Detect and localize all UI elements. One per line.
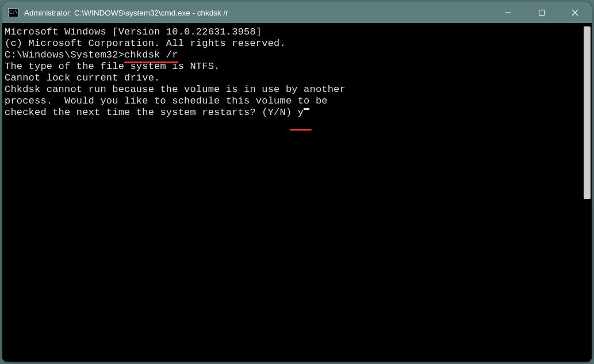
- close-icon: [572, 9, 578, 16]
- titlebar[interactable]: C:\ Administrator: C:\WINDOWS\system32\c…: [2, 2, 592, 23]
- version-line: Microsoft Windows [Version 10.0.22631.39…: [5, 26, 589, 38]
- chkdsk-msg-line1: Chkdsk cannot run because the volume is …: [5, 84, 589, 95]
- vertical-scrollbar[interactable]: [584, 26, 591, 199]
- text-cursor: [304, 108, 309, 110]
- lock-error-line: Cannot lock current drive.: [5, 72, 589, 84]
- prompt-line: C:\Windows\System32>chkdsk /r: [5, 49, 589, 61]
- close-button[interactable]: [558, 2, 592, 23]
- terminal-output[interactable]: Microsoft Windows [Version 10.0.22631.39…: [2, 23, 592, 362]
- maximize-button[interactable]: [525, 2, 558, 23]
- confirm-prompt-line: checked the next time the system restart…: [5, 107, 589, 118]
- maximize-icon: [538, 9, 545, 16]
- minimize-button[interactable]: [492, 2, 525, 23]
- cmd-icon: C:\: [8, 8, 18, 17]
- user-input-y: y: [298, 107, 304, 118]
- typed-command: chkdsk /r: [124, 49, 178, 61]
- window-controls: [492, 2, 592, 23]
- minimize-icon: [505, 9, 512, 16]
- copyright-line: (c) Microsoft Corporation. All rights re…: [5, 38, 589, 49]
- confirm-prompt-text: checked the next time the system restart…: [5, 107, 298, 118]
- window-title: Administrator: C:\WINDOWS\system32\cmd.e…: [24, 9, 492, 17]
- fs-type-line: The type of the file system is NTFS.: [5, 61, 589, 72]
- cmd-window: C:\ Administrator: C:\WINDOWS\system32\c…: [2, 2, 592, 362]
- chkdsk-msg-line2: process. Would you like to schedule this…: [5, 95, 589, 107]
- svg-rect-1: [539, 10, 545, 16]
- prompt-path: C:\Windows\System32>: [5, 49, 124, 61]
